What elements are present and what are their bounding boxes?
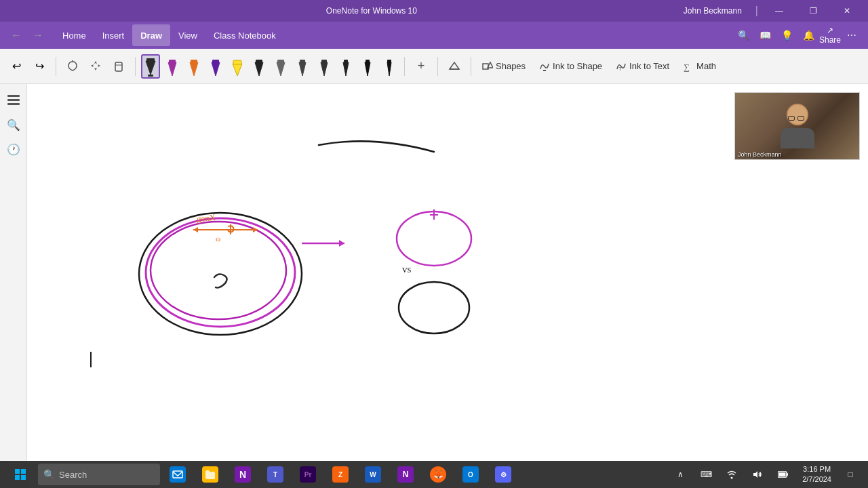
pinned-onenote[interactable]: N [228, 461, 258, 488]
svg-rect-1 [115, 62, 122, 71]
svg-rect-9 [191, 60, 197, 63]
pinned-discord[interactable]: ⚙ [488, 461, 518, 488]
svg-text:ω: ω [216, 235, 220, 243]
ink-to-shape-button[interactable]: Ink to Shape [534, 56, 608, 77]
svg-marker-16 [277, 62, 285, 76]
pinned-outlook[interactable]: O [456, 461, 486, 488]
svg-marker-40 [193, 227, 198, 232]
wifi-icon[interactable] [719, 461, 744, 488]
svg-marker-42 [253, 227, 258, 232]
menu-class-notebook[interactable]: Class Notebook [205, 24, 284, 46]
svg-rect-34 [7, 99, 20, 101]
video-label: John Beckmann [738, 151, 782, 158]
action-center-icon[interactable]: □ [838, 461, 863, 488]
pen-black[interactable] [141, 54, 160, 79]
svg-text:T: T [618, 66, 622, 72]
ink-to-text-button[interactable]: T Ink to Text [610, 56, 675, 77]
taskbar: 🔍 N T Pr Z W [0, 461, 868, 488]
menu-view[interactable]: View [170, 24, 205, 46]
taskbar-search[interactable]: 🔍 [38, 464, 160, 485]
eraser-button[interactable] [443, 54, 465, 79]
svg-text:vs: vs [402, 264, 412, 274]
svg-rect-25 [366, 60, 370, 63]
pinned-premiere[interactable]: Pr [293, 461, 323, 488]
close-button[interactable]: ✕ [831, 0, 863, 22]
time-display: 3:16 PM [802, 464, 831, 474]
pinned-word[interactable]: W [358, 461, 388, 488]
pan-button[interactable] [108, 54, 130, 79]
svg-marker-18 [299, 62, 306, 76]
undo-button[interactable]: ↩ [5, 54, 27, 79]
svg-marker-14 [255, 62, 263, 76]
search-icon-menu[interactable]: 🔍 [732, 23, 754, 47]
pen-black-2[interactable] [250, 54, 269, 79]
pen-small-1[interactable] [336, 54, 355, 79]
share-button[interactable]: ↗ Share [819, 23, 841, 47]
back-button[interactable]: ← [5, 23, 27, 47]
volume-icon[interactable] [745, 461, 770, 488]
pen-dark-1[interactable] [293, 54, 312, 79]
move-button[interactable] [85, 54, 106, 79]
search-button[interactable]: 🔍 [3, 114, 24, 136]
system-tray: ∧ ⌨ 3:16 PM 2/7/2024 □ [668, 461, 863, 488]
redo-button[interactable]: ↪ [28, 54, 50, 79]
more-options-icon[interactable]: ⋯ [841, 23, 863, 47]
undo-redo-group: ↩ ↪ [5, 54, 50, 79]
svg-text:∑: ∑ [684, 62, 690, 72]
math-label: Math [696, 61, 716, 71]
restore-button[interactable]: ❐ [797, 0, 829, 22]
menu-home[interactable]: Home [54, 24, 94, 46]
pinned-firefox[interactable]: 🦊 [423, 461, 453, 488]
search-input[interactable] [59, 470, 140, 480]
pinned-mail[interactable] [163, 461, 193, 488]
separator-3 [404, 57, 405, 76]
svg-marker-3 [146, 61, 155, 75]
minimize-button[interactable]: — [764, 0, 795, 22]
sidebar: 🔍 🕐 [0, 84, 27, 488]
immersive-reader-icon[interactable]: 📖 [754, 23, 776, 47]
add-pen-button[interactable]: + [410, 54, 432, 79]
svg-rect-13 [233, 60, 241, 64]
sidebar-sections-button[interactable] [3, 89, 24, 111]
teams-icon: T [267, 466, 283, 483]
person-head [787, 104, 808, 125]
right-glass [797, 116, 804, 121]
svg-marker-26 [387, 62, 391, 76]
svg-rect-33 [7, 95, 20, 97]
svg-rect-58 [173, 471, 182, 478]
menu-draw[interactable]: Draw [132, 24, 170, 46]
svg-marker-10 [212, 62, 220, 76]
lightbulb-icon[interactable]: 💡 [776, 23, 797, 47]
shapes-label: Shapes [496, 61, 526, 71]
shapes-button[interactable]: Shapes [477, 56, 531, 77]
keyboard-icon[interactable]: ⌨ [694, 461, 718, 488]
svg-rect-11 [212, 60, 219, 63]
pinned-app6[interactable]: Z [326, 461, 355, 488]
notification-icon[interactable]: 🔔 [797, 23, 819, 47]
forward-button[interactable]: → [27, 23, 49, 47]
pinned-explorer[interactable] [195, 461, 225, 488]
chevron-up-icon[interactable]: ∧ [668, 461, 692, 488]
pen-small-2[interactable] [358, 54, 377, 79]
pen-dark-2[interactable] [315, 54, 334, 79]
lasso-select-button[interactable] [62, 54, 83, 79]
clock[interactable]: 3:16 PM 2/7/2024 [797, 464, 837, 485]
start-button[interactable] [5, 461, 35, 488]
pinned-onenote-2[interactable]: N [391, 461, 420, 488]
svg-marker-60 [753, 471, 757, 478]
pen-tiny[interactable] [380, 54, 399, 79]
glasses [788, 116, 804, 121]
window-controls[interactable]: — ❐ ✕ [764, 0, 863, 22]
pinned-teams[interactable]: T [260, 461, 290, 488]
battery-icon[interactable] [771, 461, 795, 488]
pen-gray[interactable] [271, 54, 290, 79]
pen-dark-purple[interactable] [206, 54, 225, 79]
highlighter-yellow[interactable] [228, 54, 247, 79]
svg-rect-63 [779, 473, 786, 476]
math-button[interactable]: ∑ Math [677, 56, 722, 77]
pen-purple-1[interactable] [163, 54, 182, 79]
pen-orange[interactable] [184, 54, 203, 79]
recent-button[interactable]: 🕐 [3, 138, 24, 160]
drawing-canvas[interactable]: genX ω vs [27, 84, 868, 488]
menu-insert[interactable]: Insert [94, 24, 133, 46]
